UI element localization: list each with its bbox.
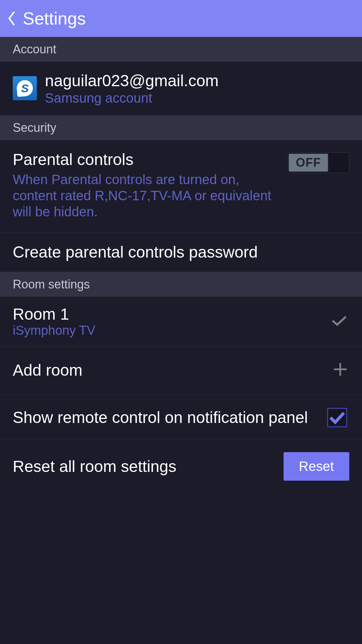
account-email: naguilar023@gmail.com [45, 71, 349, 91]
section-header-account: Account [0, 37, 362, 62]
toggle-state-label: OFF [296, 156, 321, 170]
account-subtitle: Samsung account [45, 91, 349, 106]
parental-title: Parental controls [13, 150, 284, 169]
room-1-title: Room 1 [13, 305, 331, 323]
show-remote-title: Show remote control on notification pane… [13, 408, 318, 428]
reset-rooms-title: Reset all room settings [13, 457, 284, 476]
create-password-item[interactable]: Create parental controls password [0, 233, 362, 272]
create-password-title: Create parental controls password [13, 242, 349, 262]
page-title: Settings [23, 8, 86, 29]
room-1-subtitle: iSymphony TV [13, 323, 331, 338]
parental-description: When Parental controls are turned on, co… [13, 171, 284, 220]
parental-controls-item[interactable]: Parental controls When Parental controls… [0, 140, 362, 233]
section-header-rooms: Room settings [0, 272, 362, 297]
reset-rooms-item: Reset all room settings Reset [0, 440, 362, 493]
reset-button[interactable]: Reset [284, 452, 350, 481]
back-icon[interactable] [7, 10, 17, 27]
add-room-item[interactable]: Add room [0, 346, 362, 395]
check-icon [331, 314, 347, 329]
show-remote-checkbox[interactable] [327, 408, 347, 427]
plus-icon [333, 360, 347, 380]
parental-toggle[interactable]: OFF [287, 152, 349, 173]
section-header-security: Security [0, 115, 362, 140]
samsung-icon: S [13, 76, 37, 100]
account-item[interactable]: S naguilar023@gmail.com Samsung account [0, 62, 362, 115]
room-1-item[interactable]: Room 1 iSymphony TV [0, 297, 362, 346]
show-remote-item[interactable]: Show remote control on notification pane… [0, 395, 362, 440]
add-room-title: Add room [13, 361, 333, 379]
header-bar: Settings [0, 0, 362, 37]
